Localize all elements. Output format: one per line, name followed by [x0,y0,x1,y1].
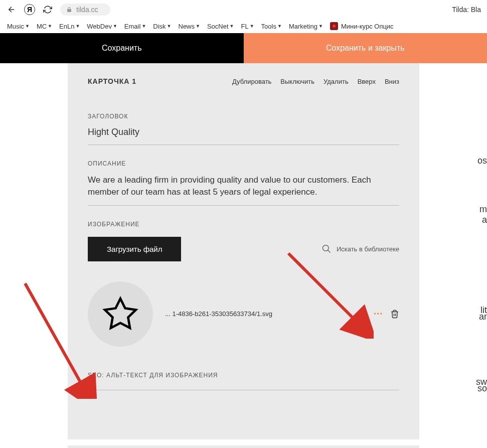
bookmark-webdev[interactable]: WebDev▼ [85,22,119,31]
up-action[interactable]: Вверх [358,78,376,85]
image-row: ... 1-4836-b261-353035633734/1.svg ••• [88,281,399,347]
upload-row: Загрузить файл Искать в библиотеке [88,237,399,261]
image-label: ИЗОБРАЖЕНИЕ [88,221,399,228]
lock-icon [66,7,72,13]
bookmark-fl[interactable]: FL▼ [239,22,256,31]
toggle-action[interactable]: Выключить [280,78,314,85]
url-text: tilda.cc [76,6,98,14]
card-panel: КАРТОЧКА 1 Дублировать Выключить Удалить… [68,63,419,439]
home-button[interactable]: Я [24,4,35,15]
card-header: КАРТОЧКА 1 Дублировать Выключить Удалить… [88,77,399,85]
image-controls: ••• [374,309,399,319]
tab-title: Tilda: Bla [452,6,481,14]
bookmark-course[interactable]: Мини-курс Опцис [328,21,396,31]
svg-marker-4 [105,298,136,328]
image-filename: ... 1-4836-b261-353035633734/1.svg [165,310,362,318]
upload-button[interactable]: Загрузить файл [88,237,181,261]
bookmarks-bar: Music▼ MC▼ EnLn▼ WebDev▼ Email▼ Disk▼ Ne… [0,19,487,33]
star-icon [102,295,139,333]
bg-text: ar [479,312,487,322]
next-panel [68,445,419,448]
svg-point-1 [333,25,336,28]
action-bar: Сохранить Сохранить и закрыть [0,33,487,63]
image-preview[interactable] [88,281,153,347]
bookmark-socnet[interactable]: SocNet▼ [205,22,236,31]
bookmark-tools[interactable]: Tools▼ [259,22,284,31]
library-search[interactable]: Искать в библиотеке [321,244,399,254]
down-action[interactable]: Вниз [385,78,399,85]
alt-text-field[interactable]: SEO: АЛЬТ-ТЕКСТ ДЛЯ ИЗОБРАЖЕНИЯ [88,372,399,390]
browser-toolbar: Я tilda.cc Tilda: Bla [0,0,487,19]
reload-button[interactable] [42,4,53,15]
card-title: КАРТОЧКА 1 [88,77,136,85]
address-bar[interactable]: tilda.cc [60,4,110,16]
bg-text: os [477,156,487,166]
bookmark-news[interactable]: News▼ [177,22,202,31]
course-icon [330,22,338,30]
bookmark-disk[interactable]: Disk▼ [151,22,173,31]
bookmark-marketing[interactable]: Marketing▼ [287,22,325,31]
bg-text: a [482,215,487,225]
bookmark-enln[interactable]: EnLn▼ [57,22,82,31]
bg-text: m [479,204,487,215]
more-icon[interactable]: ••• [374,311,383,318]
save-button[interactable]: Сохранить [0,33,244,63]
bookmark-email[interactable]: Email▼ [122,22,148,31]
bookmark-mc[interactable]: MC▼ [35,22,54,31]
description-label: ОПИСАНИЕ [88,160,399,167]
card-actions: Дублировать Выключить Удалить Вверх Вниз [232,78,399,85]
content-wrapper: КАРТОЧКА 1 Дублировать Выключить Удалить… [0,63,487,448]
search-icon [321,244,332,254]
save-close-button[interactable]: Сохранить и закрыть [244,33,488,63]
bg-text: so [477,383,487,394]
back-button[interactable] [6,4,17,15]
duplicate-action[interactable]: Дублировать [232,78,271,85]
heading-label: ЗАГОЛОВОК [88,113,399,120]
bookmark-music[interactable]: Music▼ [5,22,32,31]
description-input[interactable]: We are a leading firm in providing quali… [88,174,399,206]
delete-action[interactable]: Удалить [323,78,349,85]
heading-input[interactable]: Hight Quality [88,127,399,145]
alt-label: SEO: АЛЬТ-ТЕКСТ ДЛЯ ИЗОБРАЖЕНИЯ [88,372,399,379]
svg-point-2 [322,245,329,251]
trash-icon[interactable] [390,309,399,319]
svg-line-3 [328,250,330,253]
